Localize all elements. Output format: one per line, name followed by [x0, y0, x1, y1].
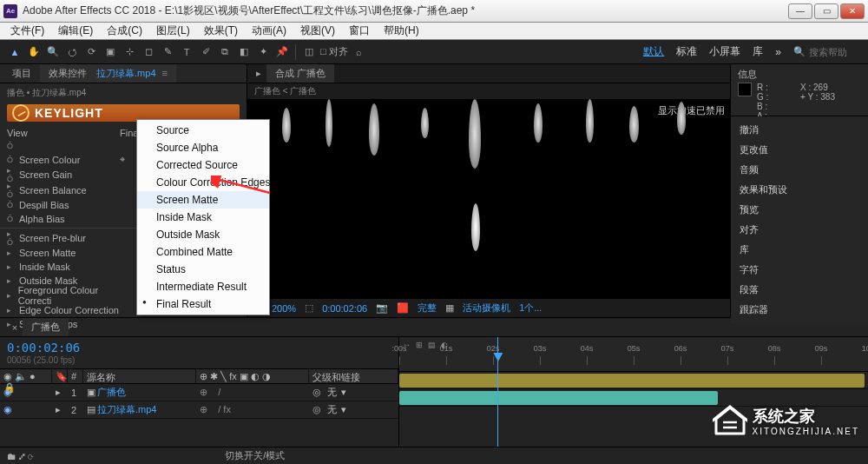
- menu-window[interactable]: 窗口: [344, 22, 375, 40]
- dd-status[interactable]: Status: [137, 261, 269, 278]
- current-time[interactable]: 0:00:02:06: [322, 303, 367, 314]
- tl-footer-icons[interactable]: 🖿 ⑇ ⟳: [7, 451, 34, 461]
- eyedropper-icon[interactable]: ⌖: [120, 154, 125, 165]
- dd-outside-mask[interactable]: Outside Mask: [137, 226, 269, 243]
- maximize-button[interactable]: ▭: [814, 3, 838, 19]
- resolution[interactable]: 完整: [418, 302, 437, 315]
- playhead[interactable]: [497, 337, 498, 447]
- side-paragraph[interactable]: 段落: [731, 280, 868, 300]
- workspace-default[interactable]: 默认: [643, 44, 664, 59]
- param-despill-bias[interactable]: Despill Bias: [19, 200, 69, 210]
- side-change-value[interactable]: 更改值: [731, 140, 868, 160]
- time-ruler[interactable]: ↔ ⊞ ▤ ◐ :00s01s02s03s04s05s06s07s08s09s1…: [399, 337, 868, 372]
- layer-row-2[interactable]: ◉ ▸ 2 ▤拉刀绿幕.mp4 ⊕ / fx ◎ 无 ▾: [0, 401, 398, 419]
- viewer-picker-icon[interactable]: ▸: [251, 66, 266, 82]
- track-2[interactable]: [399, 389, 868, 407]
- brush-tool-icon[interactable]: ✐: [198, 44, 214, 60]
- timeline-picker-icon[interactable]: ×: [7, 320, 23, 335]
- col-source-name[interactable]: 源名称: [83, 369, 196, 383]
- dd-screen-matte[interactable]: Screen Matte: [137, 191, 269, 209]
- roto-tool-icon[interactable]: ✦: [255, 44, 271, 60]
- clip-2[interactable]: [399, 391, 718, 405]
- menu-effect[interactable]: 效果(T): [199, 22, 243, 40]
- anchor-tool-icon[interactable]: ⊹: [122, 44, 137, 60]
- menu-layer[interactable]: 图层(L): [151, 22, 195, 40]
- workspace-overflow-icon[interactable]: »: [775, 46, 781, 58]
- zoom-value[interactable]: 200%: [272, 303, 296, 314]
- param-screen-gain[interactable]: Screen Gain: [19, 169, 72, 180]
- hand-tool-icon[interactable]: ✋: [26, 44, 42, 60]
- side-align[interactable]: 对齐: [731, 220, 868, 240]
- minimize-button[interactable]: —: [788, 3, 812, 19]
- viewer-tab[interactable]: 合成 广播色: [266, 64, 334, 83]
- channel-icon[interactable]: 🟥: [397, 302, 409, 314]
- zoom-tool-icon[interactable]: 🔍: [45, 44, 61, 60]
- side-preview[interactable]: 预览: [731, 200, 868, 220]
- dd-corrected-source[interactable]: Corrected Source: [137, 156, 269, 174]
- current-timecode[interactable]: 0:00:02:06: [7, 341, 80, 355]
- eye-icon[interactable]: ◉: [3, 404, 12, 415]
- rotate-tool-icon[interactable]: ⟳: [83, 44, 99, 60]
- dd-combined-matte[interactable]: Combined Matte: [137, 243, 269, 261]
- clip-1[interactable]: [399, 374, 865, 388]
- param-screen-colour[interactable]: Screen Colour: [19, 155, 80, 165]
- orbit-tool-icon[interactable]: ⭯: [64, 44, 80, 60]
- menu-animation[interactable]: 动画(A): [247, 22, 292, 40]
- side-effects-presets[interactable]: 效果和预设: [731, 180, 868, 200]
- view-count[interactable]: 1个...: [519, 302, 542, 315]
- side-undo[interactable]: 撤消: [731, 120, 868, 140]
- side-tracker[interactable]: 跟踪器: [731, 300, 868, 320]
- puppet-tool-icon[interactable]: 📌: [274, 44, 290, 60]
- menu-view[interactable]: 视图(V): [295, 22, 340, 40]
- workspace-libraries[interactable]: 库: [753, 44, 763, 59]
- timeline-tab[interactable]: 广播色: [23, 318, 69, 336]
- tl-tool-icon[interactable]: ⊞: [416, 341, 423, 349]
- col-parent[interactable]: 父级和链接: [309, 369, 398, 383]
- active-camera[interactable]: 活动摄像机: [463, 302, 510, 315]
- res-picker-icon[interactable]: ⬚: [305, 302, 313, 314]
- tab-close-icon[interactable]: ≡: [162, 68, 168, 78]
- parent-pick-icon[interactable]: ◎: [312, 404, 321, 415]
- tl-tool-icon[interactable]: ▤: [428, 341, 436, 349]
- dd-source-alpha[interactable]: Source Alpha: [137, 139, 269, 156]
- parent-pick-icon[interactable]: ◎: [312, 387, 321, 398]
- viewer-canvas[interactable]: 显示加速已禁用: [247, 99, 730, 298]
- eraser-tool-icon[interactable]: ◧: [236, 44, 252, 60]
- tab-effect-controls[interactable]: 效果控件 拉刀绿幕.mp4 ≡: [40, 64, 176, 83]
- menu-composition[interactable]: 合成(C): [102, 22, 148, 40]
- grid-icon[interactable]: ▦: [445, 302, 454, 314]
- param-screen-balance[interactable]: Screen Balance: [19, 185, 87, 196]
- type-tool-icon[interactable]: T: [179, 44, 194, 60]
- snapshot-icon[interactable]: 📷: [376, 302, 388, 314]
- side-character[interactable]: 字符: [731, 260, 868, 280]
- close-button[interactable]: ✕: [840, 3, 865, 19]
- track-1[interactable]: [399, 372, 868, 389]
- dd-final-result[interactable]: Final Result: [137, 295, 269, 313]
- workspace-small[interactable]: 小屏幕: [709, 44, 740, 59]
- dd-cc-edges[interactable]: Colour Correction Edges: [137, 174, 269, 191]
- dd-source[interactable]: Source: [137, 122, 269, 139]
- param-screen-preblur[interactable]: Screen Pre-blur: [19, 233, 86, 243]
- layer-row-1[interactable]: ◉ ▸ 1 ▣广播色 ⊕ / ◎ 无 ▾: [0, 384, 398, 401]
- side-libraries[interactable]: 库: [731, 240, 868, 260]
- camera-tool-icon[interactable]: ▣: [102, 44, 118, 60]
- side-audio[interactable]: 音频: [731, 160, 868, 180]
- help-search-input[interactable]: [809, 47, 861, 57]
- menu-help[interactable]: 帮助(H): [378, 22, 424, 40]
- selection-tool-icon[interactable]: ▲: [7, 44, 23, 60]
- param-edge-colour-correction[interactable]: Edge Colour Correction: [19, 305, 119, 315]
- workspace-standard[interactable]: 标准: [676, 44, 697, 59]
- menu-edit[interactable]: 编辑(E): [53, 22, 98, 40]
- tab-project[interactable]: 项目: [3, 64, 40, 83]
- pen-tool-icon[interactable]: ✎: [160, 44, 175, 60]
- param-inside-mask[interactable]: Inside Mask: [19, 262, 70, 272]
- search-tool-icon[interactable]: ⌕: [352, 44, 367, 60]
- help-search[interactable]: 🔍: [793, 46, 861, 57]
- param-alpha-bias[interactable]: Alpha Bias: [19, 214, 65, 224]
- dd-inside-mask[interactable]: Inside Mask: [137, 209, 269, 226]
- shape-tool-icon[interactable]: ◻: [141, 44, 156, 60]
- clone-tool-icon[interactable]: ⧉: [217, 44, 233, 60]
- snap-icon[interactable]: ◫: [301, 44, 317, 60]
- param-screen-matte[interactable]: Screen Matte: [19, 248, 76, 258]
- toggle-switches-label[interactable]: 切换开关/模式: [225, 449, 285, 462]
